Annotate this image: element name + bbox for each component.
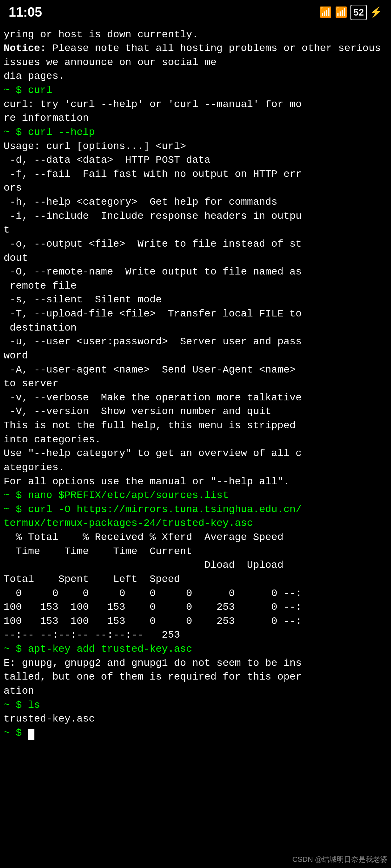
terminal-line: ~ $ curl -O https://mirrors.tuna.tsinghu…: [4, 503, 387, 531]
terminal-line: curl: try 'curl --help' or 'curl --manua…: [4, 98, 387, 125]
time: 11:05: [9, 4, 42, 21]
signal-icon: 📶: [335, 5, 348, 19]
wifi-icon: 📶: [319, 5, 332, 19]
terminal-line: ~ $ apt-key add trusted-key.asc: [4, 642, 387, 656]
watermark: CSDN @结城明日奈是我老婆: [292, 855, 387, 864]
terminal-line: ~ $ ls: [4, 698, 387, 712]
terminal-line: ~ $ nano $PREFIX/etc/apt/sources.list: [4, 489, 387, 503]
terminal-line: E: gnupg, gnupg2 and gnupg1 do not seem …: [4, 656, 387, 698]
terminal-line: Usage: curl [options...] <url> -d, --dat…: [4, 140, 387, 419]
status-bar: 11:05 📶 📶 52 ⚡: [0, 0, 391, 25]
terminal-line: trusted-key.asc: [4, 712, 387, 726]
terminal-line: This is not the full help, this menu is …: [4, 419, 387, 489]
status-icons: 📶 📶 52 ⚡: [319, 5, 382, 20]
terminal-line: ~ $: [4, 726, 387, 740]
terminal-line: yring or host is down currently.: [4, 28, 387, 42]
terminal[interactable]: yring or host is down currently.Notice: …: [0, 25, 391, 748]
battery-charging-icon: ⚡: [370, 5, 382, 19]
battery-icon: 52: [350, 5, 367, 20]
cursor: [28, 729, 34, 740]
terminal-line: ~ $ curl --help: [4, 125, 387, 140]
terminal-line: Notice: Please note that all hosting pro…: [4, 42, 387, 84]
terminal-line: ~ $ curl: [4, 84, 387, 98]
terminal-line: % Total % Received % Xferd Average Speed…: [4, 531, 387, 642]
